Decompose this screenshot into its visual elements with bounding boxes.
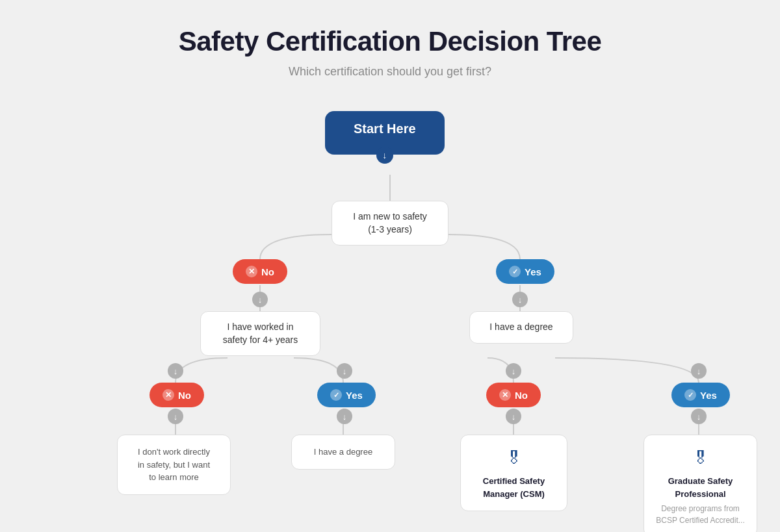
- new-to-safety-label: I am new to safety (1-3 years): [332, 201, 448, 246]
- csm-icon: 🎖: [470, 446, 558, 471]
- gsp-title: Graduate Safety Professional: [653, 475, 748, 500]
- has-degree1-node: I have a degree: [469, 311, 573, 344]
- no3-label: No: [515, 390, 528, 401]
- yes1-button[interactable]: ✓ Yes: [496, 259, 554, 284]
- yes2-button[interactable]: ✓ Yes: [317, 383, 376, 407]
- no1-button[interactable]: ✕ No: [233, 259, 287, 284]
- yes2-icon: ✓: [330, 389, 342, 401]
- yes1-label: Yes: [525, 266, 541, 277]
- decision-tree: Start Here ↓ I am new to safety (1-3 yea…: [46, 105, 734, 520]
- yes2-arrow: ↓: [337, 363, 352, 379]
- dont-work-label: I don't work directly in safety, but I w…: [117, 435, 231, 495]
- gsp-icon: 🎖: [653, 446, 748, 471]
- no2-icon: ✕: [162, 389, 174, 401]
- no1-arrow: ↓: [252, 292, 268, 307]
- yes1-arrow: ↓: [512, 292, 528, 307]
- start-node: Start Here ↓: [325, 111, 445, 155]
- worked-4years-node: I have worked in safety for 4+ years: [200, 311, 320, 356]
- no3-down-arrow: ↓: [506, 409, 521, 424]
- no2-button[interactable]: ✕ No: [150, 383, 204, 407]
- page-title: Safety Certification Decision Tree: [179, 26, 602, 57]
- yes3-down-arrow: ↓: [691, 409, 707, 424]
- has-degree2-label: I have a degree: [291, 435, 395, 470]
- yes3-button[interactable]: ✓ Yes: [671, 383, 730, 407]
- no2-label: No: [178, 390, 191, 401]
- no1-label: No: [261, 266, 274, 277]
- new-to-safety-node: I am new to safety (1-3 years): [332, 201, 448, 246]
- no2-arrow: ↓: [168, 363, 183, 379]
- csm-node: 🎖 Certified Safety Manager (CSM): [460, 435, 567, 511]
- gsp-node: 🎖 Graduate Safety Professional Degree pr…: [644, 435, 757, 532]
- yes2-label: Yes: [346, 390, 363, 401]
- gsp-subtitle: Degree programs from BCSP Certified Accr…: [653, 503, 748, 526]
- yes3-label: Yes: [700, 390, 717, 401]
- yes3-icon: ✓: [684, 389, 696, 401]
- no3-icon: ✕: [499, 389, 511, 401]
- csm-title: Certified Safety Manager (CSM): [470, 475, 558, 500]
- no3-button[interactable]: ✕ No: [486, 383, 541, 407]
- yes1-icon: ✓: [509, 266, 521, 277]
- has-degree1-label: I have a degree: [469, 311, 573, 344]
- dont-work-node: I don't work directly in safety, but I w…: [117, 435, 231, 495]
- no2-down-arrow: ↓: [168, 409, 183, 424]
- yes2-down-arrow: ↓: [337, 409, 352, 424]
- no1-icon: ✕: [246, 266, 257, 277]
- page-subtitle: Which certification should you get first…: [289, 65, 491, 79]
- start-arrow-icon: ↓: [376, 147, 393, 164]
- worked-4years-label: I have worked in safety for 4+ years: [200, 311, 320, 356]
- yes3-arrow: ↓: [691, 363, 707, 379]
- has-degree2-node: I have a degree: [291, 435, 395, 470]
- start-label: Start Here: [354, 121, 416, 136]
- no3-arrow: ↓: [506, 363, 521, 379]
